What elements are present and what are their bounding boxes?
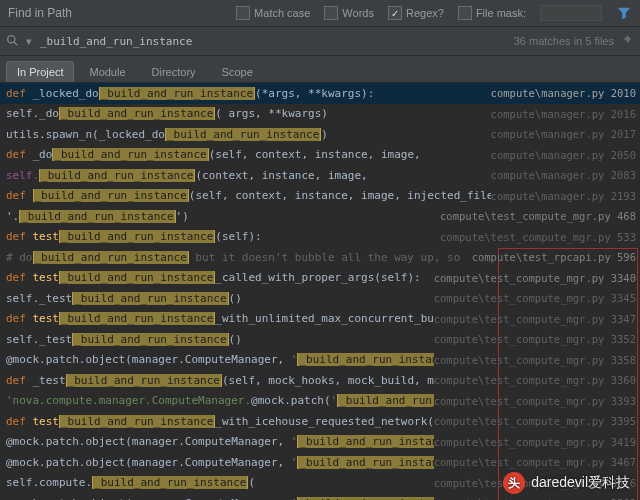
result-row[interactable]: '._build_and_run_instance')compute\test_…	[0, 206, 640, 227]
result-row[interactable]: @mock.patch.object(manager.ComputeManage…	[0, 350, 640, 371]
result-row[interactable]: def test_build_and_run_instance_with_ice…	[0, 411, 640, 432]
words-checkbox[interactable]: Words	[324, 6, 374, 20]
result-row[interactable]: utils.spawn_n(_locked_do_build_and_run_i…	[0, 124, 640, 145]
tab-module[interactable]: Module	[78, 61, 136, 82]
result-row[interactable]: def _locked_do_build_and_run_instance(*a…	[0, 83, 640, 104]
result-row[interactable]: self._build_and_run_instance(context, in…	[0, 165, 640, 186]
pin-icon[interactable]	[620, 34, 634, 48]
result-row[interactable]: def test_build_and_run_instance_called_w…	[0, 268, 640, 289]
result-row[interactable]: @mock.patch.object(manager.ComputeManage…	[0, 432, 640, 453]
result-row[interactable]: @mock.patch.object(manager.ComputeManage…	[0, 452, 640, 473]
tab-scope[interactable]: Scope	[211, 61, 264, 82]
result-row[interactable]: 'nova.compute.manager.ComputeManager.@mo…	[0, 391, 640, 412]
tab-in-project[interactable]: In Project	[6, 61, 74, 82]
search-icon	[6, 34, 20, 48]
title-bar: Find in Path Match case Words ✓Regex? Fi…	[0, 0, 640, 27]
result-row[interactable]: def _build_and_run_instance(self, contex…	[0, 186, 640, 207]
file-mask-input	[540, 5, 602, 21]
result-row[interactable]: self._test_build_and_run_instance()compu…	[0, 329, 640, 350]
result-row[interactable]: def _test_build_and_run_instance(self, m…	[0, 370, 640, 391]
scope-tabs: In Project Module Directory Scope	[0, 56, 640, 83]
svg-line-1	[14, 42, 17, 45]
match-case-checkbox[interactable]: Match case	[236, 6, 310, 20]
results-list[interactable]: def _locked_do_build_and_run_instance(*a…	[0, 83, 640, 500]
result-row[interactable]: self._do_build_and_run_instance( args, *…	[0, 104, 640, 125]
result-row[interactable]: # do_build_and_run_instance but it doesn…	[0, 247, 640, 268]
tab-directory[interactable]: Directory	[141, 61, 207, 82]
file-mask-checkbox[interactable]: File mask:	[458, 6, 526, 20]
dialog-title: Find in Path	[8, 6, 72, 20]
filter-icon[interactable]	[616, 5, 632, 21]
result-row[interactable]: def _do_build_and_run_instance(self, con…	[0, 145, 640, 166]
watermark-logo-icon: 头	[503, 472, 525, 494]
result-row[interactable]: self._test_build_and_run_instance()compu…	[0, 288, 640, 309]
svg-point-0	[8, 36, 15, 43]
result-row[interactable]: def test_build_and_run_instance(self):co…	[0, 227, 640, 248]
search-row: ▾ 36 matches in 5 files	[0, 27, 640, 56]
result-row[interactable]: @mock.patch.object(manager.ComputeManage…	[0, 493, 640, 500]
watermark: 头 daredevil爱科技	[503, 472, 630, 494]
regex-checkbox[interactable]: ✓Regex?	[388, 6, 444, 20]
result-row[interactable]: def test_build_and_run_instance_with_unl…	[0, 309, 640, 330]
search-input[interactable]	[38, 34, 508, 49]
match-count: 36 matches in 5 files	[514, 35, 614, 47]
